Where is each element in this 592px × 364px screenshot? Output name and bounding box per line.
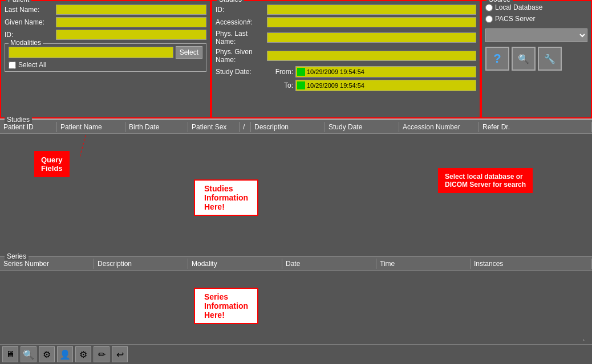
studies-table-header: Patient ID Patient Name Birth Date Patie… [0, 120, 592, 134]
phys-given-input[interactable] [267, 51, 476, 61]
given-name-input[interactable] [56, 17, 206, 27]
study-date-to-row: To: 10/29/2009 19:54:54 [216, 80, 476, 91]
from-label: From: [267, 68, 295, 76]
modalities-section: Modalities Select Select All [5, 43, 206, 72]
phys-last-label: Phys. Last Name: [216, 30, 267, 46]
col-description: Description [251, 122, 325, 132]
col-modality: Modality [188, 259, 282, 269]
toolbar-user-btn[interactable]: 👤 [57, 346, 73, 362]
accession-input[interactable] [267, 17, 476, 27]
col-patient-sex: Patient Sex [188, 122, 240, 132]
modalities-input[interactable] [9, 47, 173, 58]
series-table-body: Series Information Here! [0, 271, 592, 350]
patient-id-label: ID: [5, 31, 56, 39]
local-db-row: Local Database [485, 3, 587, 11]
source-label: Source [486, 0, 513, 3]
modalities-row: Select [9, 46, 202, 59]
source-section: Source Local Database PACS Server ? 🔍 🔧 [481, 0, 592, 118]
accession-label: Accession#: [216, 18, 267, 26]
source-dropdown[interactable] [485, 28, 587, 42]
bottom-toolbar: 🖥 🔍 ⚙ 👤 ⚙ ✏ ↩ [0, 344, 592, 364]
phys-last-row: Phys. Last Name: [216, 30, 476, 46]
select-all-checkbox[interactable] [9, 62, 16, 69]
resize-handle[interactable]: ⌞ [583, 336, 590, 342]
to-label: To: [267, 81, 295, 89]
col-series-desc: Description [94, 259, 188, 269]
help-button[interactable]: ? [485, 47, 509, 71]
source-annotation-box: Select local database or DICOM Server fo… [438, 168, 533, 193]
select-button[interactable]: Select [176, 46, 202, 59]
studies-panel-label: Studies [5, 116, 32, 124]
study-id-row: ID: [216, 5, 476, 15]
col-slash: / [240, 122, 251, 132]
series-info-box: Series Information Here! [194, 288, 258, 324]
last-name-row: Last Name: [5, 5, 206, 15]
toolbar-settings-btn[interactable]: ⚙ [75, 346, 91, 362]
last-name-label: Last Name: [5, 6, 56, 14]
series-table-header: Series Number Description Modality Date … [0, 257, 592, 271]
studies-panel: Studies Patient ID Patient Name Birth Da… [0, 120, 592, 256]
query-fields-arrow [80, 134, 194, 162]
studies-query-label: Studies [217, 0, 244, 3]
patient-id-input[interactable] [56, 30, 206, 40]
series-section: Series Series Number Description Modalit… [0, 256, 592, 356]
phys-given-row: Phys. Given Name: [216, 48, 476, 64]
col-date: Date [282, 259, 376, 269]
local-db-label: Local Database [495, 3, 542, 11]
from-date-value: 10/29/2009 19:54:54 [307, 68, 364, 75]
to-date-field[interactable]: 10/29/2009 19:54:54 [295, 80, 476, 91]
accession-row: Accession#: [216, 17, 476, 27]
studies-table-body: Query Fields Studies Information Here! S… [0, 134, 592, 256]
patient-section: Patient Last Name: Given Name: ID: Modal… [0, 0, 211, 118]
phys-last-input[interactable] [267, 32, 476, 43]
study-date-label: Study Date: [216, 68, 267, 76]
study-date-from-row: Study Date: From: 10/29/2009 19:54:54 [216, 66, 476, 77]
phys-given-label: Phys. Given Name: [216, 48, 267, 64]
toolbar-back-btn[interactable]: ↩ [112, 346, 128, 362]
toolbar-monitor-btn[interactable]: 🖥 [2, 346, 18, 362]
col-accession-number: Accession Number [399, 122, 479, 132]
series-panel-label: Series [5, 252, 29, 260]
toolbar-edit-btn[interactable]: ✏ [94, 346, 110, 362]
pacs-server-radio[interactable] [485, 15, 493, 23]
col-patient-name: Patient Name [57, 122, 125, 132]
from-date-field[interactable]: 10/29/2009 19:54:54 [295, 66, 476, 77]
query-fields-box: Query Fields [34, 151, 70, 177]
given-name-row: Given Name: [5, 17, 206, 27]
action-buttons-container: ? 🔍 🔧 [485, 47, 587, 72]
col-refer-dr: Refer Dr. [479, 122, 592, 132]
patient-label: Patient [6, 0, 31, 3]
toolbar-gear-btn[interactable]: ⚙ [39, 346, 55, 362]
study-id-label: ID: [216, 6, 267, 14]
last-name-input[interactable] [56, 5, 206, 15]
pacs-server-label: PACS Server [495, 15, 535, 23]
col-study-date: Study Date [325, 122, 399, 132]
study-id-input[interactable] [267, 5, 476, 15]
to-date-value: 10/29/2009 19:54:54 [307, 82, 364, 89]
svg-line-0 [80, 134, 97, 157]
studies-info-box: Studies Information Here! [194, 179, 258, 216]
local-db-radio[interactable] [485, 4, 493, 11]
select-all-row: Select All [9, 61, 202, 69]
col-instances: Instances [471, 259, 592, 269]
modalities-label: Modalities [9, 39, 43, 47]
select-all-label: Select All [18, 61, 46, 69]
search-button[interactable]: 🔍 [512, 47, 536, 71]
tools-button[interactable]: 🔧 [538, 47, 562, 71]
given-name-label: Given Name: [5, 18, 56, 26]
to-date-icon [297, 81, 305, 89]
col-time: Time [376, 259, 471, 269]
col-birth-date: Birth Date [125, 122, 188, 132]
from-date-icon [297, 68, 305, 76]
pacs-server-row: PACS Server [485, 15, 587, 23]
toolbar-search-btn[interactable]: 🔍 [21, 346, 37, 362]
studies-query-section: Studies ID: Accession#: Phys. Last Name:… [211, 0, 481, 118]
